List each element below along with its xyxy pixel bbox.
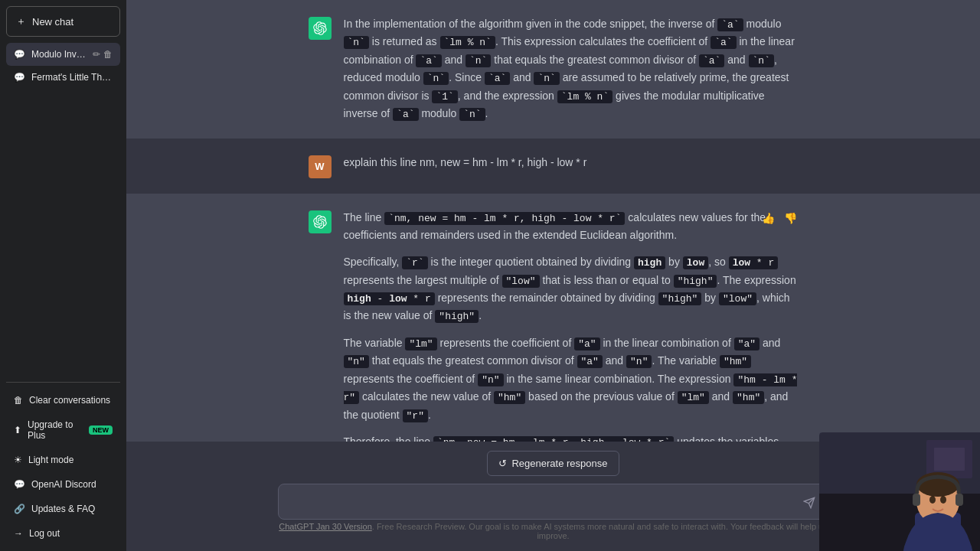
chat-icon: 💬 xyxy=(14,49,25,60)
message-inner-3: The line `nm, new = hm - lm * r, high - … xyxy=(278,209,829,442)
user-message-text: explain this line nm, new = hm - lm * r,… xyxy=(344,154,799,171)
input-container: ↺ Regenerate response xyxy=(278,451,829,522)
svg-rect-5 xyxy=(934,448,965,471)
footer-link[interactable]: ChatGPT Jan 30 Version xyxy=(279,522,371,531)
edit-icon[interactable]: ✏ xyxy=(93,49,100,60)
avatar-ai-3 xyxy=(309,210,332,233)
avatar-ai-1 xyxy=(309,17,332,40)
chat-list: 💬 Modulo Inverse with EE ✏ 🗑 💬 Fermat's … xyxy=(6,43,120,382)
svg-rect-12 xyxy=(913,494,920,506)
sidebar: ＋ New chat 💬 Modulo Inverse with EE ✏ 🗑 … xyxy=(0,0,126,551)
chat-item-actions: ✏ 🗑 xyxy=(93,49,113,60)
delete-icon[interactable]: 🗑 xyxy=(103,49,113,60)
new-badge: NEW xyxy=(89,425,113,435)
webcam-video xyxy=(819,432,980,551)
discord-label: OpenAI Discord xyxy=(31,479,96,490)
msg3-p2: Specifically, `r` is the integer quotien… xyxy=(344,253,799,325)
send-button[interactable] xyxy=(799,495,820,514)
plus-icon: ＋ xyxy=(16,15,26,28)
regenerate-button[interactable]: ↺ Regenerate response xyxy=(487,451,619,476)
upgrade-icon: ⬆ xyxy=(14,425,21,435)
clear-label: Clear conversations xyxy=(29,395,110,406)
chat-input[interactable] xyxy=(278,484,829,520)
svg-point-11 xyxy=(940,496,946,504)
message-actions-3: 👍 👎 xyxy=(760,210,799,226)
logout-label: Log out xyxy=(29,528,60,539)
sidebar-item-chat2[interactable]: 💬 Fermat's Little Theorem Proof xyxy=(6,66,120,89)
chat-item-label: Modulo Inverse with EE xyxy=(31,49,87,60)
logout-icon: → xyxy=(14,528,23,539)
message-block-2: W explain this line nm, new = hm - lm * … xyxy=(126,139,980,194)
thumbs-down-button[interactable]: 👎 xyxy=(782,210,799,226)
msg3-p1: The line `nm, new = hm - lm * r, high - … xyxy=(344,209,799,245)
svg-point-10 xyxy=(929,496,936,504)
message-block-3: The line `nm, new = hm - lm * r, high - … xyxy=(126,194,980,442)
message-inner-2: W explain this line nm, new = hm - lm * … xyxy=(278,154,829,178)
new-chat-button[interactable]: ＋ New chat xyxy=(6,6,120,37)
thumbs-up-button[interactable]: 👍 xyxy=(760,210,776,226)
svg-rect-13 xyxy=(956,494,963,506)
sidebar-item-light[interactable]: ☀ Light mode xyxy=(6,448,120,471)
sidebar-item-discord[interactable]: 💬 OpenAI Discord xyxy=(6,473,120,496)
footer-text: ChatGPT Jan 30 Version. Free Research Pr… xyxy=(278,522,829,545)
discord-icon: 💬 xyxy=(14,479,25,490)
upgrade-label: Upgrade to Plus xyxy=(28,419,83,441)
sun-icon: ☀ xyxy=(14,455,22,465)
avatar-user: W xyxy=(309,155,332,178)
sidebar-item-faq[interactable]: 🔗 Updates & FAQ xyxy=(6,497,120,520)
link-icon: 🔗 xyxy=(14,504,25,514)
sidebar-item-chat1[interactable]: 💬 Modulo Inverse with EE ✏ 🗑 xyxy=(6,43,120,66)
message-content-2: explain this line nm, new = hm - lm * r,… xyxy=(344,154,799,178)
message-text-1: In the implementation of the algorithm g… xyxy=(344,15,799,123)
regen-label: Regenerate response xyxy=(511,458,607,469)
message-inner-1: In the implementation of the algorithm g… xyxy=(278,15,829,123)
sidebar-item-upgrade[interactable]: ⬆ Upgrade to Plus NEW xyxy=(6,413,120,447)
footer-rest: . Free Research Preview. Our goal is to … xyxy=(372,522,828,540)
chat-scroll[interactable]: In the implementation of the algorithm g… xyxy=(126,0,980,442)
main-content: In the implementation of the algorithm g… xyxy=(126,0,980,551)
sidebar-item-clear[interactable]: 🗑 Clear conversations xyxy=(6,389,120,412)
chat-icon: 💬 xyxy=(14,72,25,83)
message-content-3: The line `nm, new = hm - lm * r, high - … xyxy=(344,209,799,442)
msg3-p3: The variable "lm" represents the coeffic… xyxy=(344,334,799,424)
msg3-p4: Therefore, the line `nm, new = hm - lm *… xyxy=(344,433,799,442)
light-mode-label: Light mode xyxy=(28,455,74,465)
webcam-overlay xyxy=(819,432,980,551)
trash-icon: 🗑 xyxy=(14,395,23,406)
message-block-1: In the implementation of the algorithm g… xyxy=(126,0,980,139)
new-chat-label: New chat xyxy=(32,16,74,28)
faq-label: Updates & FAQ xyxy=(31,504,95,514)
sidebar-item-logout[interactable]: → Log out xyxy=(6,522,120,545)
regen-icon: ↺ xyxy=(498,458,507,469)
message-content-1: In the implementation of the algorithm g… xyxy=(344,15,799,123)
chat-item-label: Fermat's Little Theorem Proof xyxy=(31,72,113,83)
sidebar-bottom: 🗑 Clear conversations ⬆ Upgrade to Plus … xyxy=(6,382,120,545)
